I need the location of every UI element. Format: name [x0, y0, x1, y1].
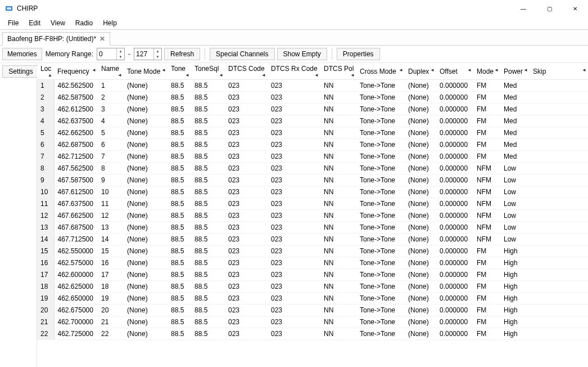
col-cross-mode[interactable]: Cross Mode◄: [356, 63, 405, 80]
cell-mode[interactable]: NFM: [473, 186, 500, 198]
cell-dpol[interactable]: NN: [320, 293, 356, 305]
col-tone[interactable]: Tone◄: [168, 63, 191, 80]
cell-name[interactable]: 9: [98, 174, 124, 186]
cell-dtcs[interactable]: 023: [225, 80, 268, 92]
table-row[interactable]: 21462.70000021(None)88.588.5023023NNTone…: [37, 316, 588, 328]
cell-tone[interactable]: 88.5: [168, 198, 191, 210]
cell-dtcs[interactable]: 023: [225, 186, 268, 198]
cell-dtcs[interactable]: 023: [225, 174, 268, 186]
cell-dpol[interactable]: NN: [320, 234, 356, 245]
row-header[interactable]: 18: [37, 281, 54, 293]
cell-skip[interactable]: [530, 245, 588, 257]
cell-dpol[interactable]: NN: [320, 186, 356, 198]
cell-dtcs[interactable]: 023: [225, 104, 268, 115]
cell-dtcsr[interactable]: 023: [268, 198, 320, 210]
cell-skip[interactable]: [530, 210, 588, 222]
row-header[interactable]: 20: [37, 305, 54, 316]
cell-pow[interactable]: Med: [500, 104, 530, 115]
cell-skip[interactable]: [530, 222, 588, 234]
cell-freq[interactable]: 462.612500: [54, 104, 98, 115]
cell-dup[interactable]: (None): [405, 328, 436, 340]
cell-skip[interactable]: [530, 80, 588, 92]
cell-dtcsr[interactable]: 023: [268, 305, 320, 316]
properties-button[interactable]: Properties: [337, 48, 380, 60]
cell-dup[interactable]: (None): [405, 115, 436, 127]
cell-off[interactable]: 0.000000: [436, 269, 473, 281]
cell-tsql[interactable]: 88.5: [191, 104, 225, 115]
cell-tsql[interactable]: 88.5: [191, 163, 225, 174]
table-row[interactable]: 3462.6125003(None)88.588.5023023NNTone->…: [37, 104, 588, 115]
cell-name[interactable]: 16: [98, 257, 124, 269]
cell-tone[interactable]: 88.5: [168, 269, 191, 281]
cell-freq[interactable]: 467.662500: [54, 210, 98, 222]
cell-skip[interactable]: [530, 163, 588, 174]
cell-tmode[interactable]: (None): [124, 257, 168, 269]
table-row[interactable]: 7462.7125007(None)88.588.5023023NNTone->…: [37, 151, 588, 163]
cell-skip[interactable]: [530, 92, 588, 104]
cell-tmode[interactable]: (None): [124, 234, 168, 245]
row-header[interactable]: 2: [37, 92, 54, 104]
cell-dpol[interactable]: NN: [320, 163, 356, 174]
cell-name[interactable]: 6: [98, 139, 124, 151]
cell-dtcs[interactable]: 023: [225, 127, 268, 139]
cell-cross[interactable]: Tone->Tone: [356, 234, 405, 245]
table-row[interactable]: 17462.60000017(None)88.588.5023023NNTone…: [37, 269, 588, 281]
cell-dtcs[interactable]: 023: [225, 222, 268, 234]
cell-freq[interactable]: 462.600000: [54, 269, 98, 281]
cell-freq[interactable]: 467.687500: [54, 222, 98, 234]
table-row[interactable]: 10467.61250010(None)88.588.5023023NNTone…: [37, 186, 588, 198]
menu-view[interactable]: View: [46, 18, 70, 28]
cell-dtcs[interactable]: 023: [225, 281, 268, 293]
row-header[interactable]: 4: [37, 115, 54, 127]
table-row[interactable]: 14467.71250014(None)88.588.5023023NNTone…: [37, 234, 588, 245]
cell-dtcsr[interactable]: 023: [268, 269, 320, 281]
cell-mode[interactable]: FM: [473, 269, 500, 281]
cell-dpol[interactable]: NN: [320, 127, 356, 139]
cell-mode[interactable]: FM: [473, 139, 500, 151]
cell-tmode[interactable]: (None): [124, 151, 168, 163]
cell-name[interactable]: 10: [98, 186, 124, 198]
cell-tsql[interactable]: 88.5: [191, 127, 225, 139]
cell-dtcsr[interactable]: 023: [268, 328, 320, 340]
cell-tone[interactable]: 88.5: [168, 293, 191, 305]
cell-mode[interactable]: NFM: [473, 174, 500, 186]
cell-skip[interactable]: [530, 104, 588, 115]
row-header[interactable]: 21: [37, 316, 54, 328]
cell-tmode[interactable]: (None): [124, 163, 168, 174]
cell-freq[interactable]: 467.712500: [54, 234, 98, 245]
row-header[interactable]: 1: [37, 80, 54, 92]
cell-cross[interactable]: Tone->Tone: [356, 186, 405, 198]
cell-dtcsr[interactable]: 023: [268, 186, 320, 198]
cell-name[interactable]: 5: [98, 127, 124, 139]
cell-dpol[interactable]: NN: [320, 257, 356, 269]
cell-off[interactable]: 0.000000: [436, 104, 473, 115]
cell-name[interactable]: 14: [98, 234, 124, 245]
cell-freq[interactable]: 462.550000: [54, 245, 98, 257]
cell-skip[interactable]: [530, 234, 588, 245]
cell-freq[interactable]: 462.562500: [54, 80, 98, 92]
cell-tmode[interactable]: (None): [124, 305, 168, 316]
table-row[interactable]: 1462.5625001(None)88.588.5023023NNTone->…: [37, 80, 588, 92]
cell-dup[interactable]: (None): [405, 139, 436, 151]
special-channels-button[interactable]: Special Channels: [210, 48, 274, 60]
table-row[interactable]: 8467.5625008(None)88.588.5023023NNTone->…: [37, 163, 588, 174]
cell-dpol[interactable]: NN: [320, 92, 356, 104]
table-row[interactable]: 22462.72500022(None)88.588.5023023NNTone…: [37, 328, 588, 340]
cell-tsql[interactable]: 88.5: [191, 257, 225, 269]
cell-skip[interactable]: [530, 328, 588, 340]
cell-mode[interactable]: FM: [473, 104, 500, 115]
cell-dtcsr[interactable]: 023: [268, 92, 320, 104]
cell-cross[interactable]: Tone->Tone: [356, 151, 405, 163]
table-row[interactable]: 20462.67500020(None)88.588.5023023NNTone…: [37, 305, 588, 316]
cell-skip[interactable]: [530, 139, 588, 151]
cell-off[interactable]: 0.000000: [436, 210, 473, 222]
cell-dtcsr[interactable]: 023: [268, 210, 320, 222]
cell-cross[interactable]: Tone->Tone: [356, 198, 405, 210]
cell-dup[interactable]: (None): [405, 163, 436, 174]
cell-skip[interactable]: [530, 316, 588, 328]
col-loc[interactable]: Loc▲: [37, 63, 54, 80]
cell-tsql[interactable]: 88.5: [191, 115, 225, 127]
cell-cross[interactable]: Tone->Tone: [356, 328, 405, 340]
cell-freq[interactable]: 462.637500: [54, 115, 98, 127]
cell-dup[interactable]: (None): [405, 80, 436, 92]
